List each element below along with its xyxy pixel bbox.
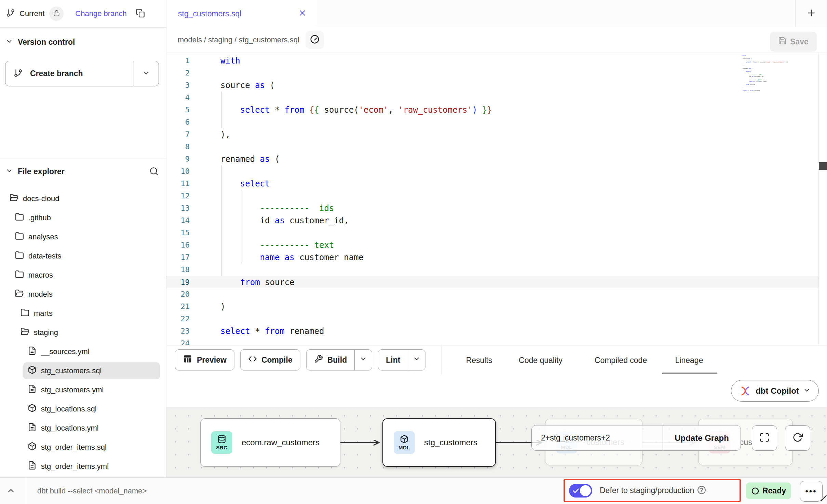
save-button[interactable]: Save bbox=[770, 32, 817, 52]
folder-icon bbox=[15, 212, 24, 221]
file-item-data-tests[interactable]: data-tests bbox=[0, 247, 166, 266]
file-item-analyses[interactable]: analyses bbox=[0, 227, 166, 247]
status-bar: dbt build --select <model_name> Defer to… bbox=[0, 477, 827, 504]
panel-tab-results[interactable]: Results bbox=[464, 346, 494, 375]
compile-label: Compile bbox=[261, 355, 293, 365]
file-item-label: stg_locations.yml bbox=[41, 424, 99, 433]
lint-dropdown[interactable] bbox=[408, 350, 425, 370]
file-item-stg_locations.yml[interactable]: stg_locations.yml bbox=[0, 419, 166, 438]
file-item-label: stg_order_items.yml bbox=[41, 462, 109, 471]
file-tree: docs-cloud.githubanalysesdata-testsmacro… bbox=[0, 189, 166, 476]
file-explorer-header[interactable]: File explorer bbox=[0, 162, 166, 181]
file-item-staging[interactable]: staging bbox=[0, 323, 166, 342]
defer-annotation-box: Defer to staging/production bbox=[564, 479, 741, 502]
file-item-stg_order_items.yml[interactable]: stg_order_items.yml bbox=[0, 457, 166, 476]
lineage-canvas[interactable]: SRCecom.raw_customersMDLstg_customersMDL… bbox=[166, 407, 827, 478]
code-line-13: 13 ---------- ids bbox=[166, 202, 818, 214]
scrollbar-thumb[interactable] bbox=[819, 162, 827, 170]
file-item-stg_order_items.sql[interactable]: stg_order_items.sql bbox=[0, 438, 166, 457]
lineage-node-stg_customers[interactable]: MDLstg_customers bbox=[382, 418, 496, 467]
help-icon[interactable] bbox=[697, 486, 706, 496]
update-graph-button[interactable]: Update Graph bbox=[663, 425, 741, 450]
check-icon bbox=[572, 487, 580, 494]
graph-selector-input[interactable]: 2+stg_customers+2 bbox=[532, 425, 663, 450]
file-item-label: macros bbox=[28, 271, 53, 280]
copy-icon[interactable] bbox=[136, 9, 145, 19]
panel-tab-lineage[interactable]: Lineage bbox=[666, 346, 712, 375]
tab-title: stg_customers.sql bbox=[178, 9, 298, 18]
fullscreen-button[interactable] bbox=[752, 425, 777, 451]
model-icon bbox=[400, 435, 409, 444]
divider bbox=[442, 346, 442, 375]
file-item-macros[interactable]: macros bbox=[0, 266, 166, 285]
code-lines: 1with23source as (45 select * from {{ so… bbox=[166, 55, 818, 345]
model-badge: MDL bbox=[394, 431, 415, 454]
folder-open-icon bbox=[15, 289, 24, 298]
file-item-docs-cloud[interactable]: docs-cloud bbox=[0, 189, 166, 208]
wrench-icon bbox=[314, 354, 323, 365]
change-branch-link[interactable]: Change branch bbox=[75, 9, 126, 18]
version-control-header[interactable]: Version control bbox=[0, 32, 166, 52]
dbt-copilot-icon bbox=[739, 385, 751, 397]
lint-label: Lint bbox=[386, 355, 400, 365]
save-icon bbox=[778, 37, 787, 47]
preview-label: Preview bbox=[197, 355, 227, 365]
file-item-stg_customers.yml[interactable]: stg_customers.yml bbox=[0, 380, 166, 400]
lineage-node-ecom.raw_customers[interactable]: SRCecom.raw_customers bbox=[200, 418, 340, 467]
preview-button[interactable]: Preview bbox=[175, 349, 234, 370]
build-dropdown[interactable] bbox=[354, 350, 372, 370]
create-branch-button[interactable]: Create branch bbox=[5, 61, 159, 86]
plus-icon[interactable] bbox=[806, 8, 816, 19]
file-item-stg_customers.sql[interactable]: stg_customers.sql bbox=[0, 361, 166, 380]
code-line-9: 9renamed as ( bbox=[166, 153, 818, 165]
lock-icon bbox=[53, 10, 60, 18]
tab-stg-customers[interactable]: stg_customers.sql bbox=[166, 0, 316, 27]
source-badge: SRC bbox=[211, 431, 232, 454]
code-editor[interactable]: 1with23source as (45 select * from {{ so… bbox=[166, 53, 827, 345]
chevron-up-icon[interactable] bbox=[6, 486, 16, 497]
defer-toggle[interactable] bbox=[569, 484, 592, 498]
minimap[interactable]: with source as ( select * from {{ source… bbox=[743, 55, 817, 94]
file-item-label: stg_customers.yml bbox=[41, 386, 104, 394]
main-area: stg_customers.sql models / staging / stg… bbox=[166, 0, 827, 477]
code-line-23: 23select * from renamed bbox=[166, 325, 818, 337]
file-item-label: docs-cloud bbox=[23, 194, 59, 203]
panel-tab-code-quality[interactable]: Code quality bbox=[510, 346, 571, 375]
panel-tab-compiled-code[interactable]: Compiled code bbox=[589, 346, 652, 375]
file-item-label: stg_locations.sql bbox=[41, 405, 97, 414]
file-item-models[interactable]: models bbox=[0, 285, 166, 304]
file-item-__sources.yml[interactable]: __sources.yml bbox=[0, 342, 166, 361]
file-item-.github[interactable]: .github bbox=[0, 208, 166, 227]
code-line-17: 17 name as customer_name bbox=[166, 251, 818, 264]
indent-guide bbox=[242, 190, 242, 264]
chevron-down-icon bbox=[5, 38, 13, 46]
chevron-down-icon bbox=[5, 167, 13, 176]
code-line-18: 18 bbox=[166, 264, 818, 276]
model-icon bbox=[28, 365, 37, 374]
gauge-button[interactable] bbox=[306, 31, 324, 49]
close-icon[interactable] bbox=[298, 9, 307, 19]
more-button[interactable]: ••• bbox=[800, 481, 823, 502]
file-item-label: marts bbox=[34, 309, 53, 318]
chevron-down-icon bbox=[803, 387, 811, 395]
create-branch-label: Create branch bbox=[30, 69, 134, 78]
folder-icon bbox=[15, 251, 24, 260]
new-tab-zone bbox=[795, 0, 827, 27]
build-button[interactable]: Build bbox=[306, 349, 372, 370]
lint-button[interactable]: Lint bbox=[378, 349, 425, 370]
refresh-button[interactable] bbox=[785, 425, 810, 451]
file-item-label: data-tests bbox=[28, 252, 62, 261]
file-item-stg_locations.sql[interactable]: stg_locations.sql bbox=[0, 400, 166, 419]
scrollbar[interactable] bbox=[819, 53, 827, 345]
dbt-copilot-button[interactable]: dbt Copilot bbox=[731, 380, 819, 402]
search-icon[interactable] bbox=[149, 167, 159, 177]
status-badge: Ready bbox=[746, 482, 791, 499]
file-item-marts[interactable]: marts bbox=[0, 304, 166, 323]
table-icon bbox=[183, 354, 192, 366]
command-input[interactable]: dbt build --select <model_name> bbox=[37, 478, 242, 504]
save-label: Save bbox=[790, 37, 809, 46]
compile-button[interactable]: Compile bbox=[240, 349, 300, 370]
create-branch-dropdown[interactable] bbox=[134, 61, 159, 86]
folder-icon bbox=[15, 232, 24, 240]
chevron-down-icon bbox=[413, 355, 420, 365]
